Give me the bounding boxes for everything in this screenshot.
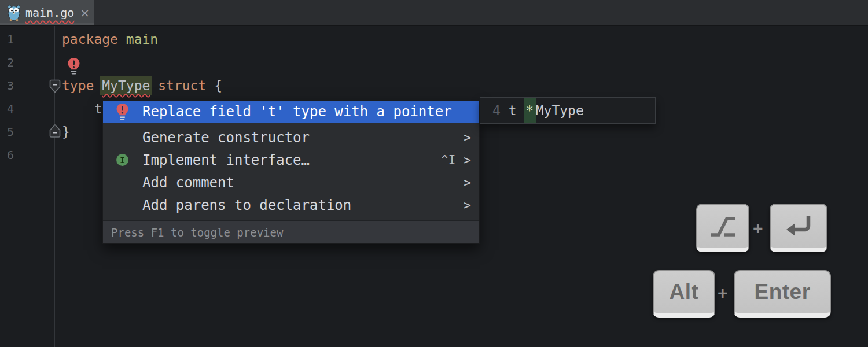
error-intention-bulb-icon[interactable]: [67, 57, 80, 75]
menu-item-add-parens[interactable]: Add parens to declaration >: [103, 194, 479, 216]
line-number: 2: [7, 56, 14, 69]
preview-line-number: 4: [492, 103, 501, 118]
code-line-1: 1 package main: [0, 28, 868, 51]
empty-icon-slot: [116, 128, 129, 146]
code-text: }: [62, 124, 70, 139]
empty-icon-slot: [116, 174, 129, 191]
highlighted-type-name: MyType: [100, 76, 152, 95]
preview-type-name: MyType: [536, 103, 584, 118]
tab-filename: main.go: [25, 6, 74, 20]
alt-keycap: Alt: [653, 270, 715, 318]
chevron-right-icon: >: [464, 153, 471, 167]
code-text: package main: [62, 32, 158, 47]
menu-item-replace-field-type[interactable]: Replace field 't' type with a pointer: [103, 101, 479, 123]
menu-item-add-comment[interactable]: Add comment >: [103, 171, 479, 194]
return-keycap: [770, 204, 827, 252]
fold-collapse-icon[interactable]: [49, 79, 61, 94]
code-line-2: 2: [0, 51, 868, 74]
popup-footer-hint: Press F1 to toggle preview: [103, 220, 479, 243]
go-gopher-icon: [7, 4, 21, 21]
menu-item-label: Generate constructor: [142, 130, 310, 146]
line-number: 1: [7, 32, 14, 46]
option-keycap: [696, 204, 749, 252]
implement-interface-icon: I: [116, 153, 129, 167]
line-number: 3: [7, 79, 14, 93]
tab-close-icon[interactable]: ×: [80, 7, 90, 19]
red-bulb-icon: [116, 103, 129, 121]
editor-tab-bar: main.go ×: [0, 0, 868, 26]
menu-item-label: Add parens to declaration: [142, 197, 351, 213]
menu-item-implement-interface[interactable]: I Implement interface… ^I>: [103, 149, 479, 171]
menu-item-label: Replace field 't' type with a pointer: [142, 104, 452, 120]
enter-key-label: Enter: [754, 280, 810, 304]
menu-list: Generate constructor > I Implement inter…: [103, 126, 479, 220]
menu-item-generate-constructor[interactable]: Generate constructor >: [103, 126, 479, 149]
line-number: 5: [7, 125, 14, 139]
alt-key-label: Alt: [670, 280, 699, 304]
line-number: 6: [7, 148, 14, 162]
code-line-3: 3 type MyType struct {: [0, 74, 868, 97]
preview-field-name: t: [509, 103, 517, 118]
intention-actions-popup: Replace field 't' type with a pointer Ge…: [102, 100, 480, 244]
enter-keycap: Enter: [734, 270, 831, 318]
svg-text:I: I: [120, 156, 124, 165]
chevron-right-icon: >: [464, 131, 471, 145]
line-number: 4: [7, 102, 14, 116]
menu-item-label: Implement interface…: [142, 152, 310, 168]
empty-icon-slot: [116, 196, 129, 214]
option-key-icon: [709, 214, 737, 238]
code-text: type MyType struct {: [62, 78, 222, 93]
plus-sign: +: [718, 283, 728, 303]
tab-main-go[interactable]: main.go ×: [0, 0, 94, 25]
chevron-right-icon: >: [464, 198, 471, 212]
ide-window: main.go × 1 package main 2 3 type MyType…: [0, 0, 868, 347]
chevron-right-icon: >: [464, 176, 471, 190]
code-text: t: [94, 101, 102, 116]
menu-item-shortcut: ^I: [441, 153, 455, 167]
fix-preview-panel: 4 t * MyType: [480, 97, 656, 124]
plus-sign: +: [753, 219, 763, 238]
menu-item-label: Add comment: [142, 175, 234, 191]
preview-added-token: *: [524, 98, 536, 123]
fold-expand-icon[interactable]: [49, 124, 61, 138]
return-key-icon: [785, 215, 812, 237]
